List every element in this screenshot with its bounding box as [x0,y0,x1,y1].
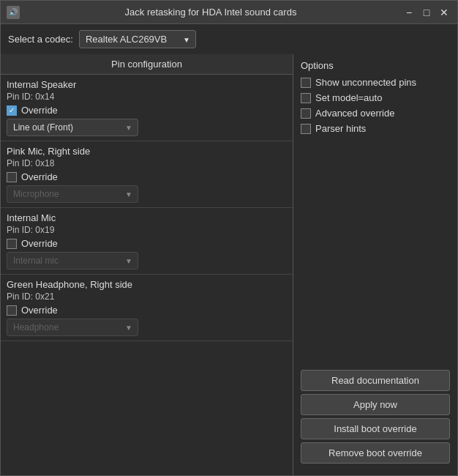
window-controls: − □ ✕ [402,5,451,20]
codec-select-wrapper: Realtek ALC269VB [79,30,196,48]
pin-dropdown-wrapper-green-headphone: Headphone Line out None [7,319,138,336]
codec-select[interactable]: Realtek ALC269VB [79,30,196,48]
pin-name-internal-mic: Internal Mic [7,212,287,223]
pin-section-internal-speaker: Internal Speaker Pin ID: 0x14 Override L… [1,75,293,141]
left-panel: Pin configuration Internal Speaker Pin I… [1,54,293,475]
option-row-parser-hints: Parser hints [301,123,450,134]
pin-list: Internal Speaker Pin ID: 0x14 Override L… [1,75,293,475]
override-checkbox-green-headphone[interactable] [7,305,17,316]
pin-name-internal-speaker: Internal Speaker [7,79,287,90]
remove-boot-override-button[interactable]: Remove boot override [301,442,450,464]
pin-dropdown-green-headphone[interactable]: Headphone Line out None [7,319,138,336]
option-label-set-model-auto: Set model=auto [315,92,382,103]
pin-dropdown-wrapper-pink-mic: Microphone Line in None [7,185,138,203]
override-checkbox-internal-speaker[interactable] [7,105,17,116]
option-checkbox-parser-hints[interactable] [301,124,311,134]
option-row-show-unconnected: Show unconnected pins [301,77,450,88]
override-row-pink-mic: Override [7,171,287,182]
minimize-button[interactable]: − [402,5,416,20]
codec-row: Select a codec: Realtek ALC269VB [1,24,457,54]
pin-section-pink-mic: Pink Mic, Right side Pin ID: 0x18 Overri… [1,141,293,208]
pin-dropdown-internal-mic[interactable]: Internal mic Microphone None [7,252,138,269]
pin-dropdown-internal-speaker[interactable]: Line out (Front) Headphone out Speaker [7,119,138,136]
apply-now-button[interactable]: Apply now [301,394,450,415]
override-row-internal-speaker: Override [7,105,287,116]
close-button[interactable]: ✕ [437,5,451,20]
pin-name-pink-mic: Pink Mic, Right side [7,146,287,157]
option-row-set-model-auto: Set model=auto [301,92,450,103]
install-boot-override-button[interactable]: Install boot override [301,418,450,439]
main-content: Pin configuration Internal Speaker Pin I… [1,54,457,475]
pin-dropdown-wrapper-internal-mic: Internal mic Microphone None [7,252,138,269]
pin-dropdown-wrapper-internal-speaker: Line out (Front) Headphone out Speaker [7,119,138,136]
spacer [301,138,450,364]
pin-section-green-headphone: Green Headphone, Right side Pin ID: 0x21… [1,275,293,341]
maximize-button[interactable]: □ [419,5,434,20]
override-label-internal-mic: Override [21,238,58,249]
option-label-show-unconnected: Show unconnected pins [315,77,416,88]
override-row-internal-mic: Override [7,238,287,249]
override-row-green-headphone: Override [7,305,287,316]
pin-config-header: Pin configuration [1,54,293,75]
codec-label: Select a codec: [8,34,73,45]
options-header: Options [301,60,450,71]
option-checkbox-show-unconnected[interactable] [301,78,311,88]
override-label-internal-speaker: Override [21,105,58,116]
pin-id-pink-mic: Pin ID: 0x18 [7,158,287,168]
option-row-advanced-override: Advanced override [301,108,450,119]
override-checkbox-internal-mic[interactable] [7,239,17,249]
override-label-green-headphone: Override [21,305,58,316]
main-window: 🔊 Jack retasking for HDA Intel sound car… [0,0,458,476]
override-checkbox-pink-mic[interactable] [7,172,17,182]
option-checkbox-advanced-override[interactable] [301,108,311,119]
title-bar: 🔊 Jack retasking for HDA Intel sound car… [1,1,457,24]
pin-id-internal-speaker: Pin ID: 0x14 [7,92,287,102]
right-panel: Options Show unconnected pins Set model=… [293,54,457,475]
pin-id-green-headphone: Pin ID: 0x21 [7,291,287,302]
pin-section-internal-mic: Internal Mic Pin ID: 0x19 Override Inter… [1,208,293,275]
action-buttons: Read documentation Apply now Install boo… [301,364,450,469]
override-label-pink-mic: Override [21,171,58,182]
read-documentation-button[interactable]: Read documentation [301,370,450,391]
window-title: Jack retasking for HDA Intel sound cards [20,7,402,18]
option-label-advanced-override: Advanced override [315,108,394,119]
pin-dropdown-pink-mic[interactable]: Microphone Line in None [7,185,138,203]
pin-name-green-headphone: Green Headphone, Right side [7,279,287,290]
pin-id-internal-mic: Pin ID: 0x19 [7,225,287,235]
option-label-parser-hints: Parser hints [315,123,366,134]
option-checkbox-set-model-auto[interactable] [301,93,311,103]
app-icon: 🔊 [7,6,20,19]
